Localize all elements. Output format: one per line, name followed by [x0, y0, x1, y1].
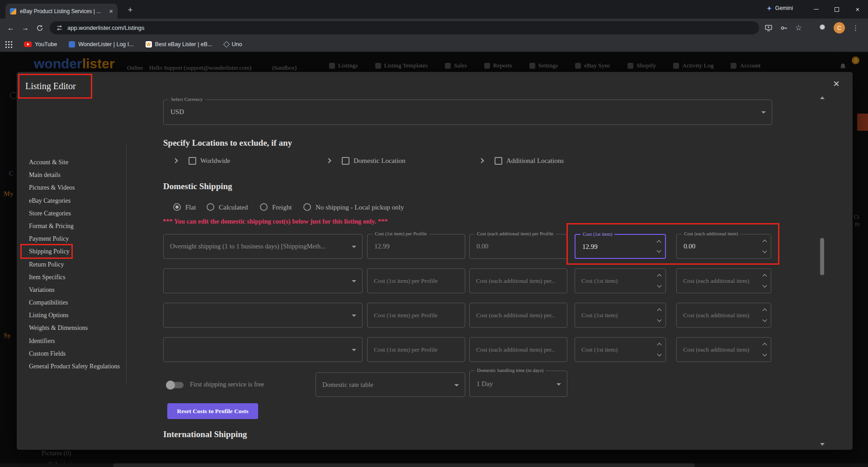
cost-additional-per-profile-field[interactable]: Cost (each additional item) per Profile … — [469, 234, 567, 259]
browser-tab[interactable]: eBay Product Listing Services | ... × — [5, 4, 118, 19]
new-tab-button[interactable]: + — [124, 4, 137, 17]
back-button[interactable]: ← — [4, 21, 18, 35]
bookmark-uno[interactable]: Uno — [224, 41, 242, 48]
cost1-input[interactable]: Cost (1st item) — [575, 337, 666, 362]
cost-additional-per-profile-field[interactable]: Cost (each additional item) per... — [469, 337, 567, 362]
spinner-up-icon[interactable] — [763, 343, 767, 348]
cost-additional-input[interactable]: Cost (each additional item) 0.00 — [676, 234, 771, 259]
worldwide-checkbox[interactable] — [189, 157, 196, 165]
handling-time-select[interactable]: Domestic handling time (in days) 1 Day — [469, 371, 567, 397]
tab-title: eBay Product Listing Services | ... — [20, 8, 105, 14]
modal-scrollbar-thumb[interactable] — [820, 238, 824, 275]
apps-grid-icon[interactable] — [5, 41, 12, 48]
shipping-service-select[interactable] — [163, 303, 363, 328]
spinner-down-icon[interactable] — [657, 248, 661, 253]
profile-avatar[interactable]: C — [834, 22, 845, 33]
shipping-service-select[interactable] — [163, 337, 363, 362]
password-key-icon[interactable] — [780, 24, 788, 32]
browser-toolbar: ← → app.wonderlister.com/Listings ☆ C ⋮ — [0, 19, 868, 37]
bookmark-wonderlister[interactable]: WonderLister | Log I... — [69, 41, 134, 48]
shipping-service-select[interactable] — [163, 268, 363, 293]
sidebar-item-pictures-videos[interactable]: Pictures & Videos — [29, 181, 120, 194]
extensions-icon[interactable] — [818, 24, 826, 32]
window-close-button[interactable]: × — [847, 0, 868, 19]
spinner-down-icon[interactable] — [657, 283, 662, 288]
sidebar-item-account-site[interactable]: Account & Site — [29, 156, 120, 169]
sidebar-item-format-pricing[interactable]: Format & Pricing — [29, 220, 120, 233]
url-text[interactable]: app.wonderlister.com/Listings — [67, 24, 145, 31]
domestic-rate-table-select[interactable]: Domestic rate table — [316, 372, 465, 397]
spinner-down-icon[interactable] — [763, 318, 767, 322]
diamond-icon — [223, 41, 230, 48]
cost1-input[interactable]: Cost (1st item) — [575, 268, 666, 293]
spinner-up-icon[interactable] — [763, 274, 767, 279]
spinner-up-icon[interactable] — [657, 274, 662, 279]
spinner-down-icon[interactable] — [657, 318, 662, 322]
spinner-down-icon[interactable] — [763, 352, 767, 357]
cost1-per-profile-field[interactable]: Cost (1st item) per Profile 12.99 — [367, 234, 465, 259]
additional-locations-checkbox[interactable] — [495, 157, 502, 165]
dropdown-arrow-icon — [352, 349, 356, 351]
forward-button[interactable]: → — [18, 21, 33, 35]
cost-additional-input[interactable]: Cost (each additional item) — [676, 337, 771, 362]
toggle-knob[interactable] — [166, 381, 175, 390]
cost-additional-per-profile-field[interactable]: Cost (each additional item) per... — [469, 303, 567, 328]
scroll-up-icon[interactable] — [820, 96, 825, 99]
free-shipping-label: First shipping service is free — [190, 381, 264, 388]
browser-menu-icon[interactable]: ⋮ — [852, 24, 859, 32]
reset-costs-button[interactable]: Reset Costs to Profile Costs — [167, 403, 258, 419]
sidebar-item-store-categories[interactable]: Store Categories — [29, 207, 120, 220]
dialog-close-icon[interactable]: × — [833, 77, 840, 90]
spinner-up-icon[interactable] — [657, 240, 661, 245]
expand-domestic-icon[interactable] — [326, 158, 331, 163]
sidebar-item-main-details[interactable]: Main details — [29, 169, 120, 181]
bookmark-star-icon[interactable]: ☆ — [795, 23, 802, 33]
scroll-down-icon[interactable] — [820, 443, 825, 446]
install-app-icon[interactable] — [764, 24, 773, 32]
wonderlister-icon — [69, 41, 75, 48]
dropdown-arrow-icon — [761, 111, 766, 114]
expand-worldwide-icon[interactable] — [173, 158, 178, 163]
tab-favicon — [10, 8, 16, 14]
cost1-input[interactable]: Cost (1st item) — [575, 303, 666, 328]
spinner-up-icon[interactable] — [657, 309, 662, 313]
window-maximize-button[interactable] — [826, 0, 847, 19]
domestic-location-checkbox[interactable] — [342, 157, 349, 165]
shipping-service-select[interactable]: Overnight shipping (1 to 1 business days… — [163, 234, 363, 259]
cost-additional-input[interactable]: Cost (each additional item) — [676, 303, 771, 328]
refresh-button[interactable] — [33, 21, 47, 35]
gemini-badge[interactable]: Gemini — [766, 5, 793, 11]
flat-radio[interactable] — [173, 203, 181, 211]
shipping-service-row: Overnight shipping (1 to 1 business days… — [17, 234, 853, 259]
calculated-radio[interactable] — [207, 203, 214, 211]
freight-radio[interactable] — [260, 203, 268, 211]
spinner-up-icon[interactable] — [763, 240, 767, 244]
spinner-up-icon[interactable] — [657, 343, 662, 348]
cost1-input[interactable]: Cost (1st item) 12.99 — [575, 234, 666, 259]
spinner-down-icon[interactable] — [763, 283, 767, 288]
cost-additional-input[interactable]: Cost (each additional item) — [676, 268, 771, 293]
currency-select[interactable]: Select Currency USD — [163, 100, 772, 125]
bookmark-best-ebay-lister[interactable]: W Best eBay Lister | eB... — [146, 41, 212, 48]
dropdown-arrow-icon — [352, 246, 356, 248]
spinner — [763, 338, 766, 362]
spinner-down-icon[interactable] — [763, 249, 767, 253]
cost-additional-per-profile-field[interactable]: Cost (each additional item) per... — [469, 268, 567, 293]
cost1-per-profile-field[interactable]: Cost (1st item) per Profile — [367, 337, 465, 362]
sidebar-item-gpsr[interactable]: General Product Safety Regulations — [29, 360, 120, 373]
bookmark-youtube[interactable]: YouTube — [24, 41, 57, 48]
no-shipping-radio[interactable] — [303, 203, 311, 211]
sidebar-item-ebay-categories[interactable]: eBay Categories — [29, 195, 120, 207]
cost-additional-spinner — [763, 234, 766, 258]
window-minimize-button[interactable] — [806, 0, 826, 19]
site-settings-icon[interactable] — [56, 24, 63, 31]
cost1-per-profile-field[interactable]: Cost (1st item) per Profile — [367, 303, 465, 328]
spinner-down-icon[interactable] — [657, 352, 662, 357]
tab-close-icon[interactable]: × — [109, 7, 113, 15]
domestic-shipping-heading: Domestic Shipping — [163, 181, 232, 191]
cost1-per-profile-field[interactable]: Cost (1st item) per Profile — [367, 268, 465, 293]
free-shipping-toggle[interactable] — [167, 382, 184, 388]
expand-additional-icon[interactable] — [479, 158, 484, 163]
url-bar[interactable]: app.wonderlister.com/Listings — [50, 21, 759, 34]
spinner-up-icon[interactable] — [763, 309, 767, 313]
